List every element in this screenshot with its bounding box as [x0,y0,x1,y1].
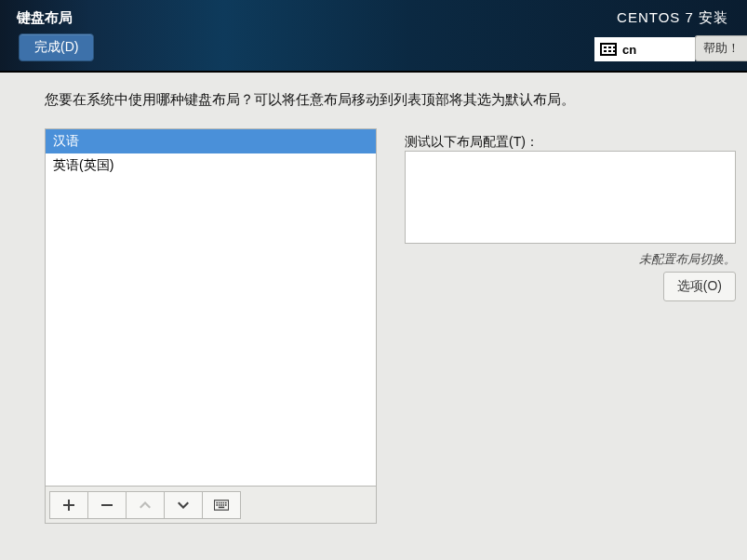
svg-rect-7 [216,504,218,506]
svg-rect-9 [220,504,222,506]
keyboard-layouts-list[interactable]: 汉语 英语(英国) [45,128,377,487]
chevron-down-icon [176,498,191,513]
svg-rect-3 [219,501,220,503]
done-button[interactable]: 完成(D) [19,33,94,61]
svg-rect-12 [219,506,224,508]
prompt-text: 您要在系统中使用哪种键盘布局？可以将任意布局移动到列表顶部将其选为默认布局。 [45,91,575,109]
svg-rect-6 [225,501,227,503]
svg-rect-2 [216,501,218,503]
svg-rect-10 [223,504,225,506]
options-button[interactable]: 选项(O) [663,272,736,301]
minus-icon [100,498,114,513]
plus-icon [61,498,76,513]
remove-layout-button[interactable] [87,491,127,519]
installer-title: CENTOS 7 安装 [617,9,728,27]
content-area: 您要在系统中使用哪种键盘布局？可以将任意布局移动到列表顶部将其选为默认布局。 汉… [0,73,747,560]
help-button[interactable]: 帮助！ [695,35,747,61]
svg-rect-4 [220,501,222,503]
svg-rect-8 [219,504,220,506]
layout-switch-note: 未配置布局切换。 [405,251,736,268]
chevron-up-icon [138,498,153,513]
test-layout-input[interactable] [405,151,736,244]
keyboard-icon [214,498,229,513]
test-layout-label: 测试以下布局配置(T)： [405,134,539,151]
list-item[interactable]: 英语(英国) [46,153,376,178]
layout-toolbar [45,487,377,524]
move-down-button[interactable] [164,491,203,519]
current-layout-code: cn [622,43,636,57]
svg-rect-11 [225,504,227,506]
svg-rect-5 [223,501,225,503]
svg-rect-0 [101,504,113,506]
keyboard-layout-indicator[interactable]: cn [594,37,695,61]
header-bar: 键盘布局 完成(D) CENTOS 7 安装 cn 帮助！ [0,0,747,73]
add-layout-button[interactable] [49,491,88,519]
keyboard-icon [600,43,617,56]
page-title: 键盘布局 [17,9,73,27]
preview-layout-button[interactable] [202,491,241,519]
move-up-button[interactable] [126,491,165,519]
list-item[interactable]: 汉语 [46,129,376,153]
